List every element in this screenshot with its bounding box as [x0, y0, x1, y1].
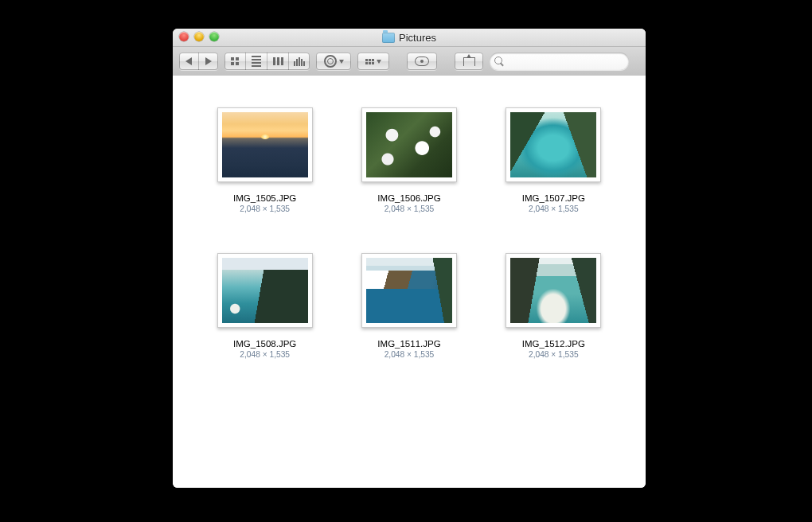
- thumbnail-image: [222, 258, 308, 323]
- chevron-left-icon: [185, 57, 192, 65]
- close-button[interactable]: [179, 32, 189, 41]
- toolbar: [173, 47, 646, 76]
- thumbnail-frame: [217, 253, 313, 328]
- file-caption: IMG_1505.JPG2,048 × 1,535: [233, 193, 296, 213]
- file-item[interactable]: IMG_1506.JPG2,048 × 1,535: [349, 107, 469, 213]
- thumbnail-image: [510, 258, 596, 323]
- file-item[interactable]: IMG_1505.JPG2,048 × 1,535: [205, 107, 325, 213]
- share-icon: [463, 57, 475, 66]
- grid-icon: [231, 57, 239, 65]
- view-cover-button[interactable]: [289, 53, 310, 70]
- eye-icon: [415, 56, 429, 66]
- thumbnail-image: [510, 112, 596, 177]
- window-title: Pictures: [173, 32, 646, 44]
- view-switcher: [224, 53, 310, 70]
- minimize-button[interactable]: [194, 32, 204, 41]
- file-caption: IMG_1506.JPG2,048 × 1,535: [377, 193, 440, 213]
- zoom-button[interactable]: [209, 32, 219, 41]
- forward-button[interactable]: [199, 53, 218, 70]
- finder-window: Pictures: [173, 29, 646, 488]
- view-list-button[interactable]: [246, 53, 267, 70]
- file-name: IMG_1506.JPG: [377, 193, 440, 203]
- back-button[interactable]: [179, 53, 199, 70]
- file-dimensions: 2,048 × 1,535: [385, 205, 435, 213]
- file-name: IMG_1507.JPG: [522, 193, 585, 203]
- columns-icon: [273, 57, 283, 65]
- file-item[interactable]: IMG_1507.JPG2,048 × 1,535: [494, 107, 614, 213]
- thumbnail-frame: [217, 107, 313, 182]
- thumbnail-frame: [506, 253, 601, 328]
- chevron-right-icon: [205, 57, 212, 65]
- quicklook-button[interactable]: [407, 53, 437, 70]
- file-dimensions: 2,048 × 1,535: [240, 350, 290, 359]
- file-dimensions: 2,048 × 1,535: [529, 350, 579, 359]
- nav-buttons: [179, 53, 218, 70]
- thumbnail-frame: [506, 107, 601, 182]
- chevron-down-icon: [339, 60, 344, 64]
- file-caption: IMG_1511.JPG2,048 × 1,535: [377, 339, 440, 359]
- file-item[interactable]: IMG_1508.JPG2,048 × 1,535: [205, 253, 325, 359]
- file-name: IMG_1508.JPG: [233, 339, 296, 349]
- file-item[interactable]: IMG_1511.JPG2,048 × 1,535: [349, 253, 469, 359]
- thumbnail-frame: [361, 253, 457, 328]
- coverflow-icon: [294, 57, 305, 66]
- file-caption: IMG_1512.JPG2,048 × 1,535: [522, 339, 585, 359]
- action-menu-button[interactable]: [316, 53, 351, 70]
- window-controls: [179, 32, 219, 41]
- arrange-menu-button[interactable]: [357, 53, 389, 70]
- gear-icon: [324, 55, 337, 68]
- file-dimensions: 2,048 × 1,535: [240, 205, 290, 213]
- view-icon-button[interactable]: [224, 53, 246, 70]
- view-column-button[interactable]: [267, 53, 289, 70]
- thumbnail-image: [366, 112, 452, 177]
- file-name: IMG_1511.JPG: [377, 339, 440, 349]
- arrange-icon: [365, 59, 374, 64]
- file-grid[interactable]: IMG_1505.JPG2,048 × 1,535IMG_1506.JPG2,0…: [173, 76, 646, 488]
- search-input[interactable]: [507, 56, 624, 67]
- file-dimensions: 2,048 × 1,535: [385, 350, 435, 359]
- file-name: IMG_1505.JPG: [233, 193, 296, 203]
- window-title-text: Pictures: [399, 32, 436, 44]
- file-dimensions: 2,048 × 1,535: [529, 205, 579, 213]
- search-icon: [494, 56, 504, 66]
- search-field[interactable]: [490, 53, 629, 70]
- thumbnail-frame: [361, 107, 457, 182]
- file-item[interactable]: IMG_1512.JPG2,048 × 1,535: [494, 253, 614, 359]
- file-caption: IMG_1508.JPG2,048 × 1,535: [233, 339, 296, 359]
- thumbnail-image: [366, 258, 452, 323]
- list-icon: [252, 56, 261, 67]
- titlebar[interactable]: Pictures: [173, 29, 646, 47]
- file-name: IMG_1512.JPG: [522, 339, 585, 349]
- thumbnail-image: [222, 112, 308, 177]
- share-button[interactable]: [455, 53, 483, 70]
- file-caption: IMG_1507.JPG2,048 × 1,535: [522, 193, 585, 213]
- chevron-down-icon: [377, 60, 381, 64]
- folder-icon: [382, 33, 395, 43]
